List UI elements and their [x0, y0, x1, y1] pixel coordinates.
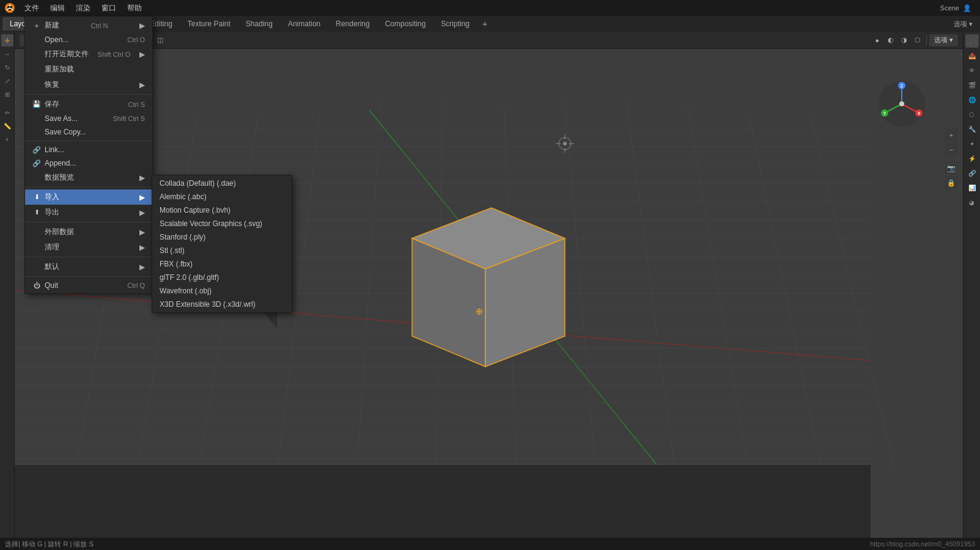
import-motion-capture[interactable]: Motion Capture (.bvh) [152, 204, 292, 217]
properties-constraints-icon[interactable]: 🔗 [965, 166, 979, 180]
left-icon-scale[interactable]: ⤢ [1, 75, 13, 87]
menu-edit[interactable]: 编辑 [45, 2, 70, 15]
properties-view-icon[interactable]: 👁 [965, 64, 979, 77]
menu-reload[interactable]: 重新加载 [25, 62, 152, 77]
menu-save-copy[interactable]: Save Copy... [25, 125, 152, 139]
import-obj[interactable]: Wavefront (.obj) [152, 284, 292, 298]
tab-rendering[interactable]: Rendering [328, 17, 377, 31]
import-alembic[interactable]: Alembic (.abc) [152, 190, 292, 204]
right-properties-panel: 🎥 📤 👁 🎬 🌐 ⬡ 🔧 ✦ ⚡ 🔗 📊 ◕ [963, 32, 980, 550]
viewport-right-controls: + − 📷 🔒 [945, 73, 958, 189]
separator3 [926, 35, 927, 45]
xray-button[interactable]: ◫ [154, 34, 166, 46]
menu-append[interactable]: 🔗 Append... [25, 156, 152, 170]
svg-text:X: X [918, 111, 921, 116]
menu-new-label: 新建 [45, 20, 59, 31]
menu-link[interactable]: 🔗 Link... [25, 143, 152, 156]
scene-options-button[interactable]: 选项 ▾ [929, 34, 958, 46]
properties-object-icon[interactable]: ⬡ [965, 108, 979, 121]
menu-save-as[interactable]: Save As... Shift Ctrl S [25, 112, 152, 125]
viewport-toolbar: ⬡ 物体 全局 ▾ ⊙ ⊡ ◎ ⧉ ◫ ● ◐ ◑ ⬡ 选项 ▾ [15, 32, 963, 49]
properties-modifier-icon[interactable]: 🔧 [965, 122, 979, 136]
import-x3d[interactable]: X3D Extensible 3D (.x3d/.wrl) [152, 298, 292, 311]
add-workspace-button[interactable]: + [477, 17, 492, 31]
properties-scene-icon[interactable]: 🎬 [965, 78, 979, 92]
properties-world-icon[interactable]: 🌐 [965, 93, 979, 106]
zoom-in-button[interactable]: + [945, 128, 958, 142]
menu-save-shortcut: Ctrl S [128, 101, 146, 108]
zoom-out-button[interactable]: − [945, 143, 958, 156]
vp-toolbar-right: ● ◐ ◑ ⬡ 选项 ▾ [871, 34, 958, 46]
separator5 [25, 257, 152, 257]
menu-save[interactable]: 💾 保存 Ctrl S [25, 97, 152, 112]
tab-compositing[interactable]: Compositing [378, 17, 433, 31]
menu-revert[interactable]: 恢复 ▶ [25, 77, 152, 92]
options-label[interactable]: 选项 ▾ [954, 20, 973, 29]
url-label: https://blog.csdn.net/m0_45091953 [870, 540, 975, 548]
tab-texture-paint[interactable]: Texture Paint [180, 17, 238, 31]
properties-output-icon[interactable]: 📤 [965, 49, 979, 62]
menu-quit[interactable]: ⏻ Quit Ctrl Q [25, 279, 152, 292]
menu-save-as-shortcut: Shift Ctrl S [112, 115, 145, 122]
menu-import-label: 导入 [45, 192, 59, 202]
shading-material-icon[interactable]: ◐ [885, 34, 897, 46]
left-icon-transform[interactable]: ⊞ [1, 88, 13, 100]
menu-new[interactable]: + 新建 Ctrl N ▶ [25, 18, 152, 33]
left-icon-annotate[interactable]: ✏ [1, 106, 13, 119]
left-icon-add[interactable]: + [1, 133, 13, 145]
properties-physics-icon[interactable]: ⚡ [965, 152, 979, 165]
arrow-icon: ▶ [139, 21, 145, 30]
properties-material-icon[interactable]: ◕ [965, 196, 979, 209]
separator1 [25, 94, 152, 95]
arrow-icon3: ▶ [139, 81, 145, 89]
properties-particles-icon[interactable]: ✦ [965, 137, 979, 150]
menu-open-shortcut: Ctrl O [127, 36, 145, 43]
menu-render[interactable]: 渲染 [71, 2, 95, 15]
viewport-gizmo[interactable]: Z X Y [877, 79, 926, 128]
properties-data-icon[interactable]: 📊 [965, 181, 979, 194]
shading-solid-icon[interactable]: ● [871, 34, 883, 46]
menu-export[interactable]: ⬆ 导出 ▶ [25, 205, 152, 220]
import-submenu: Collada (Default) (.dae) Alembic (.abc) … [152, 175, 292, 313]
left-icon-rotate[interactable]: ↻ [1, 61, 13, 73]
left-icon-move[interactable]: ↔ [1, 48, 13, 60]
camera-button[interactable]: 📷 [945, 161, 958, 175]
menu-open-recent[interactable]: 打开近期文件 Shift Ctrl O ▶ [25, 46, 152, 62]
menu-cleanup[interactable]: 清理 ▶ [25, 240, 152, 255]
menu-window[interactable]: 窗口 [97, 2, 121, 15]
menu-external-data[interactable]: 外部数据 ▶ [25, 224, 152, 240]
import-stanford[interactable]: Stanford (.ply) [152, 230, 292, 244]
tab-shading[interactable]: Shading [238, 17, 280, 31]
menu-new-shortcut: Ctrl N [90, 22, 108, 29]
tab-animation[interactable]: Animation [281, 17, 328, 31]
shading-mode-icon[interactable]: ⬡ [912, 34, 924, 46]
file-menu: + 新建 Ctrl N ▶ Open... Ctrl O 打开近期文件 Shif… [24, 16, 153, 294]
menu-help[interactable]: 帮助 [122, 2, 147, 15]
import-fbx[interactable]: FBX (.fbx) [152, 257, 292, 271]
import-icon: ⬇ [32, 193, 41, 201]
left-icon-cursor[interactable]: ✛ [1, 34, 13, 46]
arrow-icon6: ▶ [139, 208, 145, 217]
menu-data-preview[interactable]: 数据预览 ▶ [25, 170, 152, 185]
left-icon-measure[interactable]: 📏 [1, 120, 13, 132]
import-gltf[interactable]: glTF 2.0 (.glb/.gltf) [152, 271, 292, 284]
menu-defaults[interactable]: 默认 ▶ [25, 259, 152, 274]
menu-import[interactable]: ⬇ 导入 ▶ [25, 189, 152, 205]
quit-icon: ⏻ [32, 282, 41, 289]
menu-link-label: Link... [45, 145, 64, 154]
menu-file[interactable]: 文件 [20, 2, 44, 15]
separator4 [25, 222, 152, 222]
blender-logo-icon[interactable] [4, 2, 16, 14]
menu-open[interactable]: Open... Ctrl O [25, 33, 152, 46]
arrow-icon7: ▶ [139, 228, 145, 237]
menu-external-data-label: 外部数据 [45, 227, 74, 237]
separator6 [25, 276, 152, 277]
import-stl[interactable]: Stl (.stl) [152, 244, 292, 257]
status-info: 选择| 移动 G | 旋转 R | 缩放 S [5, 540, 94, 549]
shading-render-icon[interactable]: ◑ [898, 34, 910, 46]
tab-scripting[interactable]: Scripting [433, 17, 477, 31]
properties-render-icon[interactable]: 🎥 [965, 34, 979, 48]
import-collada[interactable]: Collada (Default) (.dae) [152, 177, 292, 190]
import-svg[interactable]: Scalable Vector Graphics (.svg) [152, 217, 292, 230]
lock-button[interactable]: 🔒 [945, 176, 958, 189]
